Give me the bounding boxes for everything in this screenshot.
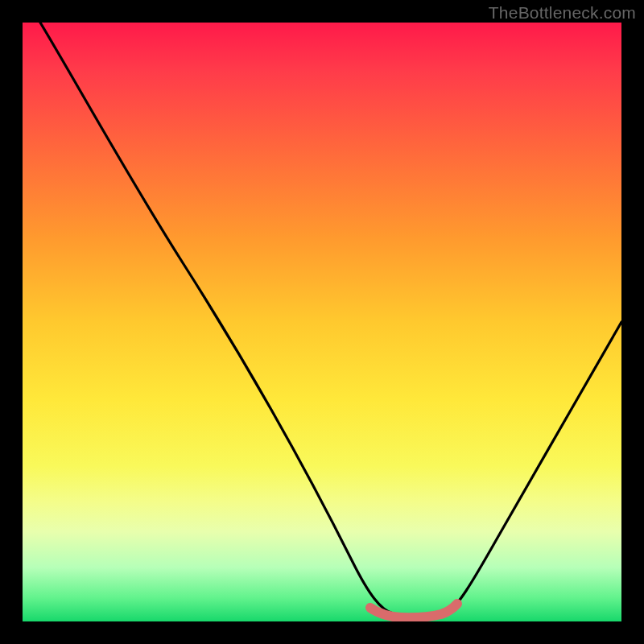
chart-frame: TheBottleneck.com xyxy=(0,0,644,644)
curve-layer xyxy=(23,23,621,621)
watermark-text: TheBottleneck.com xyxy=(489,3,636,23)
bottleneck-curve xyxy=(40,23,621,617)
highlight-band xyxy=(370,604,457,617)
plot-area xyxy=(23,23,621,621)
